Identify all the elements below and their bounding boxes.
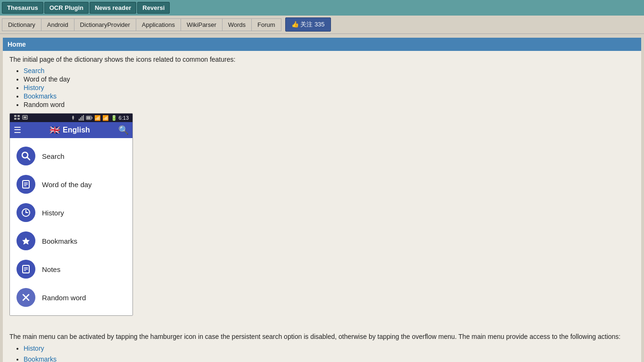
phone-list-item-search[interactable]: Search xyxy=(10,142,132,170)
phone-time: 📶 📶 🔋 6:13 xyxy=(94,115,129,121)
phone-list-item-random[interactable]: Random word xyxy=(10,283,132,312)
second-nav-bar: Dictionary Android DictionaryProvider Ap… xyxy=(0,16,644,34)
home-header: Home xyxy=(3,38,641,51)
list-item: Bookmarks xyxy=(24,92,635,100)
svg-rect-5 xyxy=(24,116,26,118)
nav-tab-wikiparser[interactable]: WikiParser xyxy=(181,18,222,31)
svg-rect-8 xyxy=(82,116,83,121)
link-bookmarks-2[interactable]: Bookmarks xyxy=(24,355,57,362)
link-bookmarks[interactable]: Bookmarks xyxy=(24,92,57,100)
phone-list-item-history[interactable]: History xyxy=(10,198,132,227)
main-menu-description: The main menu can be activated by tappin… xyxy=(9,332,635,342)
bookmarks-circle-icon xyxy=(17,231,35,250)
list-item: Bookmarks xyxy=(24,354,635,362)
phone-status-left-icons xyxy=(14,115,28,121)
list-item: History xyxy=(24,84,635,91)
feature-list: Search Word of the day History Bookmarks… xyxy=(24,67,635,108)
phone-list-item-bookmarks[interactable]: Bookmarks xyxy=(10,227,132,255)
svg-rect-2 xyxy=(14,118,17,120)
svg-rect-7 xyxy=(80,117,81,121)
phone-item-label-notes: Notes xyxy=(42,265,60,273)
phone-list-item-wotd[interactable]: Word of the day xyxy=(10,170,132,198)
phone-toolbar-title: 🇬🇧 English xyxy=(50,125,90,135)
svg-rect-11 xyxy=(91,117,92,119)
phone-toolbar: ☰ 🇬🇧 English 🔍 xyxy=(10,122,132,138)
bottom-text-section: The main menu can be activated by tappin… xyxy=(3,327,641,362)
nav-tab-forum[interactable]: Forum xyxy=(251,18,281,31)
hamburger-icon[interactable]: ☰ xyxy=(14,125,21,135)
phone-item-label-random: Random word xyxy=(42,294,86,302)
nav-tab-android[interactable]: Android xyxy=(41,18,74,31)
home-header-label: Home xyxy=(8,41,26,48)
nav-tab-dictionaryprovider[interactable]: DictionaryProvider xyxy=(74,18,136,31)
svg-rect-0 xyxy=(14,115,17,117)
svg-rect-3 xyxy=(17,118,20,120)
list-item: Word of the day xyxy=(24,75,635,83)
list-item: Random word xyxy=(24,101,635,108)
list-item: History xyxy=(24,344,635,354)
nav-tab-applications[interactable]: Applications xyxy=(136,18,181,31)
list-item: Search xyxy=(24,67,635,74)
random-circle-icon xyxy=(17,288,35,307)
main-menu-list: History Bookmarks Shuffle (random word s… xyxy=(24,344,635,362)
link-history[interactable]: History xyxy=(24,84,44,91)
phone-list-item-notes[interactable]: Notes xyxy=(10,255,132,283)
flag-icon: 🇬🇧 xyxy=(50,125,60,135)
notes-circle-icon xyxy=(17,260,35,279)
search-circle-icon xyxy=(17,147,35,165)
phone-search-icon[interactable]: 🔍 xyxy=(118,125,129,135)
link-history-2[interactable]: History xyxy=(24,345,44,352)
intro-text: The initial page of the dictionary shows… xyxy=(9,56,635,63)
phone-mockup: 📶 📶 🔋 6:13 ☰ 🇬🇧 English 🔍 Search xyxy=(9,113,133,316)
svg-rect-1 xyxy=(17,115,20,117)
phone-item-label-history: History xyxy=(42,209,64,217)
wotd-circle-icon xyxy=(17,175,35,194)
phone-item-label-search: Search xyxy=(42,152,65,160)
svg-rect-9 xyxy=(83,115,84,121)
top-tab-thesaurus[interactable]: Thesaurus xyxy=(2,2,43,14)
svg-rect-12 xyxy=(87,116,91,119)
nav-tab-dictionary[interactable]: Dictionary xyxy=(2,18,41,31)
top-tab-ocr[interactable]: OCR Plugin xyxy=(44,2,89,14)
svg-line-14 xyxy=(27,157,30,160)
nav-tab-words[interactable]: Words xyxy=(222,18,251,31)
content-body: The initial page of the dictionary shows… xyxy=(3,51,641,327)
phone-item-label-bookmarks: Bookmarks xyxy=(42,237,77,245)
top-tab-reversi[interactable]: Reversi xyxy=(137,2,170,14)
svg-rect-6 xyxy=(79,119,80,121)
facebook-follow-button[interactable]: 👍 关注 335 xyxy=(285,17,331,32)
svg-marker-22 xyxy=(22,238,30,245)
phone-status-bar: 📶 📶 🔋 6:13 xyxy=(10,114,132,122)
main-content: Home The initial page of the dictionary … xyxy=(3,38,641,362)
phone-status-right-icons: 📶 📶 🔋 6:13 xyxy=(70,115,129,121)
top-tab-newsreader[interactable]: News reader xyxy=(90,2,136,14)
phone-list: Search Word of the day History xyxy=(10,138,132,315)
phone-toolbar-lang: English xyxy=(63,126,90,134)
phone-item-label-wotd: Word of the day xyxy=(42,181,92,189)
history-circle-icon xyxy=(17,203,35,222)
top-nav-bar: Thesaurus OCR Plugin News reader Reversi xyxy=(0,0,644,16)
link-search[interactable]: Search xyxy=(24,67,44,74)
